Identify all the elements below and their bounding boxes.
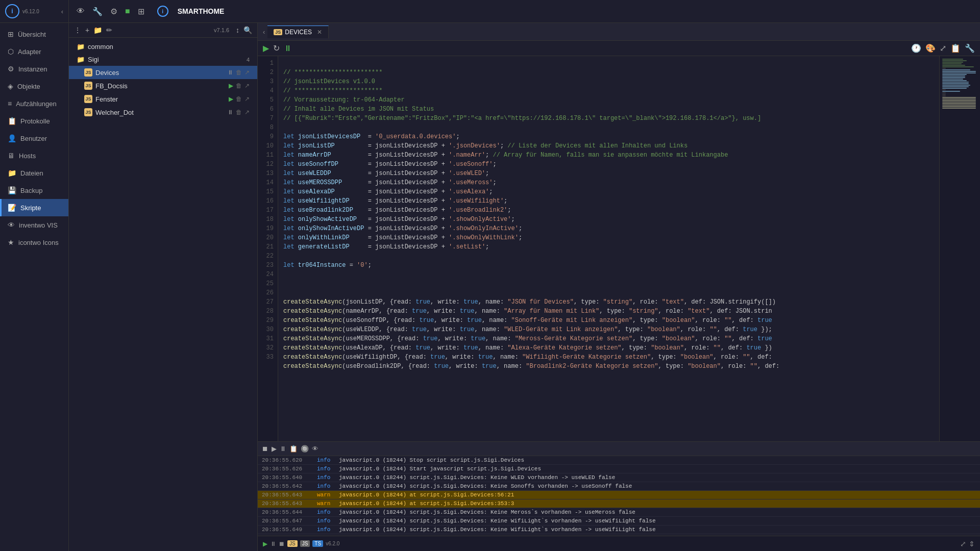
expand-icon[interactable]: ⤢ bbox=[940, 43, 946, 53]
settings-icon[interactable]: ⚙ bbox=[110, 7, 117, 16]
export-btn-devices[interactable]: ↗ bbox=[244, 69, 250, 76]
sidebar-item-protokolle[interactable]: 📋 Protokolle bbox=[0, 112, 68, 130]
editor-tabs: ‹ JS DEVICES ✕ bbox=[258, 23, 980, 41]
log-message: javascript.0 (18244) script.js.Sigi.Devi… bbox=[339, 527, 976, 533]
copy-icon[interactable]: 📋 bbox=[950, 43, 961, 53]
sidebar-item-skripte[interactable]: 📝 Skripte bbox=[0, 199, 68, 216]
log-message: javascript.0 (18244) script.js.Sigi.Devi… bbox=[339, 474, 976, 481]
export-btn-fenster[interactable]: ↗ bbox=[244, 95, 250, 103]
script-type-icon-fenster: JS bbox=[84, 95, 92, 103]
script-item-devices[interactable]: JS Devices ⏸ 🗑 ↗ bbox=[69, 66, 257, 79]
sidebar-item-inventwo-vis[interactable]: 👁 inventwo VIS bbox=[0, 216, 68, 234]
lang-badge-ts[interactable]: TS bbox=[312, 540, 323, 547]
edit-btn[interactable]: ✏ bbox=[106, 26, 112, 34]
pause-btn-welcher-dot[interactable]: ⏸ bbox=[227, 109, 233, 116]
editor-tab-devices[interactable]: JS DEVICES ✕ bbox=[267, 26, 329, 38]
log-level-warn: warn bbox=[317, 492, 335, 498]
log-level-warn: warn bbox=[317, 500, 335, 507]
folder-add-btn[interactable]: 📁 bbox=[93, 26, 102, 34]
export-btn-welcher-dot[interactable]: ↗ bbox=[244, 109, 250, 116]
ubersicht-icon: ⊞ bbox=[8, 30, 14, 38]
sidebar-version: v6.12.0 bbox=[22, 9, 39, 14]
wrench-icon[interactable]: 🔧 bbox=[965, 43, 975, 53]
log-play-btn[interactable]: ▶ bbox=[272, 445, 277, 453]
lang-badge-other[interactable]: JS bbox=[300, 540, 310, 547]
log-pause-btn[interactable]: ⏸ bbox=[280, 445, 286, 453]
search-btn[interactable]: 🔍 bbox=[243, 26, 252, 34]
log-timestamp: 20:36:55.642 bbox=[262, 483, 313, 489]
log-level: info bbox=[317, 483, 335, 489]
sidebar-label-icontwo-icons: icontwo Icons bbox=[18, 239, 59, 246]
log-copy-btn[interactable]: 📋 bbox=[289, 445, 298, 453]
log-panel: ⏹ ▶ ⏸ 📋 🔘 👁 20:36:55.620 info javascript… bbox=[258, 441, 980, 536]
bottom-play-btn[interactable]: ▶ bbox=[263, 540, 267, 547]
folder-common[interactable]: 📁 common bbox=[69, 40, 257, 53]
code-content[interactable]: // ************************ // jsonListD… bbox=[278, 56, 939, 441]
log-message: javascript.0 (18244) Start javascript sc… bbox=[339, 466, 976, 472]
clock-icon[interactable]: 🕐 bbox=[911, 43, 921, 53]
menu-btn[interactable]: ⋮ bbox=[74, 26, 81, 34]
sidebar-item-adapter[interactable]: ⬡ Adapter bbox=[0, 43, 68, 60]
sidebar-item-backup[interactable]: 💾 Backup bbox=[0, 182, 68, 199]
pause-btn-devices[interactable]: ⏸ bbox=[227, 69, 233, 76]
log-message: javascript.0 (18244) script.js.Sigi.Devi… bbox=[339, 518, 976, 524]
log-content: 20:36:55.620 info javascript.0 (18244) S… bbox=[258, 456, 980, 536]
content-area: ⋮ + 📁 ✏ v7.1.6 ↕ 🔍 📁 common 📁 Sigi 4 bbox=[69, 23, 980, 551]
grid-icon[interactable]: ⊞ bbox=[138, 7, 144, 16]
script-item-welcher-dot[interactable]: JS Welcher_Dot ⏸ 🗑 ↗ bbox=[69, 106, 257, 119]
log-timestamp: 20:36:55.644 bbox=[262, 509, 313, 515]
folder-sigi-count: 4 bbox=[247, 57, 250, 63]
run-icon[interactable]: ▶ bbox=[263, 43, 269, 53]
pause-editor-icon[interactable]: ⏸ bbox=[284, 44, 292, 53]
sort-btn[interactable]: ↕ bbox=[236, 26, 239, 34]
sidebar-nav: ⊞ Übersicht ⬡ Adapter ⚙ Instanzen ◈ Obje… bbox=[0, 23, 68, 551]
sidebar-label-aufzahlungen: Aufzählungen bbox=[16, 100, 57, 108]
square-icon[interactable]: ■ bbox=[125, 7, 130, 16]
bottom-expand-btn[interactable]: ⇕ bbox=[969, 540, 975, 548]
export-btn-fb-docsis[interactable]: ↗ bbox=[244, 82, 250, 89]
sidebar-item-ubersicht[interactable]: ⊞ Übersicht bbox=[0, 26, 68, 43]
sidebar-label-benutzer: Benutzer bbox=[20, 135, 47, 142]
palette-icon[interactable]: 🎨 bbox=[925, 43, 936, 53]
refresh-icon[interactable]: ↻ bbox=[273, 43, 280, 53]
log-eye-btn[interactable]: 👁 bbox=[312, 445, 318, 453]
folder-sigi[interactable]: 📁 Sigi 4 bbox=[69, 53, 257, 66]
sidebar-collapse-btn[interactable]: ‹ bbox=[61, 8, 63, 15]
sidebar-item-dateien[interactable]: 📁 Dateien bbox=[0, 164, 68, 182]
benutzer-icon: 👤 bbox=[8, 134, 16, 142]
tool-icon[interactable]: 🔧 bbox=[92, 7, 103, 16]
tab-js-icon: JS bbox=[274, 29, 282, 35]
stop-btn-fenster[interactable]: 🗑 bbox=[236, 95, 242, 103]
sidebar-item-hosts[interactable]: 🖥 Hosts bbox=[0, 147, 68, 164]
stop-btn-devices[interactable]: 🗑 bbox=[236, 69, 242, 76]
log-stop-btn[interactable]: ⏹ bbox=[262, 445, 268, 453]
script-name-devices: Devices bbox=[95, 69, 227, 77]
lang-badge-js[interactable]: JS bbox=[287, 540, 298, 547]
script-type-icon-devices: JS bbox=[84, 68, 92, 77]
code-editor[interactable]: 12345 678910 1112131415 1617181920 21222… bbox=[258, 56, 980, 441]
sidebar-item-icontwo-icons[interactable]: ★ icontwo Icons bbox=[0, 234, 68, 251]
log-level: info bbox=[317, 518, 335, 524]
sidebar-item-instanzen[interactable]: ⚙ Instanzen bbox=[0, 60, 68, 78]
stop-btn-fb-docsis[interactable]: 🗑 bbox=[236, 82, 242, 89]
bottom-pause-btn[interactable]: ⏸ bbox=[270, 540, 276, 547]
log-filter-btn[interactable]: 🔘 bbox=[301, 445, 309, 453]
stop-btn-welcher-dot[interactable]: 🗑 bbox=[236, 109, 242, 116]
sidebar: i v6.12.0 ‹ ⊞ Übersicht ⬡ Adapter ⚙ Inst… bbox=[0, 0, 69, 551]
tab-close-devices[interactable]: ✕ bbox=[317, 29, 322, 36]
sidebar-item-aufzahlungen[interactable]: ≡ Aufzählungen bbox=[0, 95, 68, 112]
script-item-fb-docsis[interactable]: JS FB_Docsis ▶ 🗑 ↗ bbox=[69, 79, 257, 92]
bottom-stop-btn[interactable]: ⏹ bbox=[279, 540, 285, 547]
sidebar-label-adapter: Adapter bbox=[18, 48, 41, 56]
play-btn-fb-docsis[interactable]: ▶ bbox=[229, 82, 233, 89]
adapter-icon: ⬡ bbox=[8, 47, 14, 56]
sidebar-item-objekte[interactable]: ◈ Objekte bbox=[0, 78, 68, 95]
tab-arrow-left[interactable]: ‹ bbox=[260, 28, 267, 36]
script-item-fenster[interactable]: JS Fenster ▶ 🗑 ↗ bbox=[69, 92, 257, 106]
view-icon[interactable]: 👁 bbox=[77, 7, 85, 16]
bottom-resize-btn[interactable]: ⤢ bbox=[960, 540, 966, 548]
sidebar-item-benutzer[interactable]: 👤 Benutzer bbox=[0, 130, 68, 147]
add-btn[interactable]: + bbox=[85, 26, 89, 34]
file-toolbar: ⋮ + 📁 ✏ v7.1.6 ↕ 🔍 bbox=[69, 23, 257, 38]
play-btn-fenster[interactable]: ▶ bbox=[229, 95, 233, 103]
